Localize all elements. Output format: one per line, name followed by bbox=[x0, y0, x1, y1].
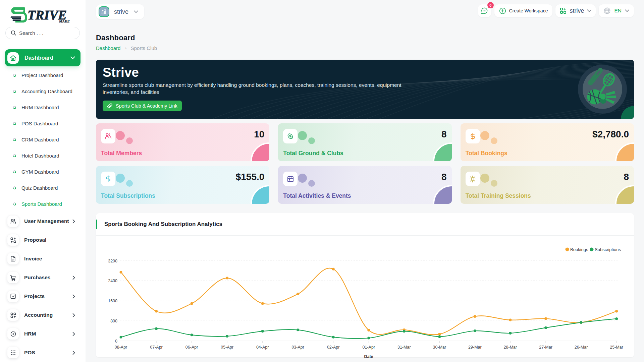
svg-text:800: 800 bbox=[110, 319, 117, 323]
svg-text:03-Apr: 03-Apr bbox=[291, 345, 304, 350]
svg-text:07-Apr: 07-Apr bbox=[150, 345, 163, 350]
svg-text:1600: 1600 bbox=[108, 299, 117, 303]
svg-text:01-Apr: 01-Apr bbox=[363, 345, 375, 350]
svg-text:0: 0 bbox=[115, 339, 117, 344]
svg-text:Date: Date bbox=[364, 354, 373, 359]
svg-text:29-Mar: 29-Mar bbox=[468, 345, 482, 350]
svg-text:28-Mar: 28-Mar bbox=[504, 345, 517, 350]
svg-text:04-Apr: 04-Apr bbox=[256, 345, 269, 350]
svg-text:Subscriptions: Subscriptions bbox=[595, 247, 621, 252]
svg-text:31-Mar: 31-Mar bbox=[397, 345, 411, 350]
svg-text:25-Mar: 25-Mar bbox=[610, 345, 623, 350]
svg-text:30-Mar: 30-Mar bbox=[433, 345, 446, 350]
svg-text:02-Apr: 02-Apr bbox=[327, 345, 340, 350]
svg-text:26-Mar: 26-Mar bbox=[575, 345, 588, 350]
svg-text:MAKE: MAKE bbox=[59, 19, 70, 23]
svg-text:2400: 2400 bbox=[108, 279, 117, 283]
svg-text:3200: 3200 bbox=[108, 259, 117, 263]
svg-text:27-Mar: 27-Mar bbox=[539, 345, 552, 350]
svg-text:Bookings: Bookings bbox=[570, 247, 588, 252]
svg-text:06-Apr: 06-Apr bbox=[185, 345, 198, 350]
svg-text:08-Apr: 08-Apr bbox=[115, 345, 127, 350]
svg-text:05-Apr: 05-Apr bbox=[221, 345, 233, 350]
